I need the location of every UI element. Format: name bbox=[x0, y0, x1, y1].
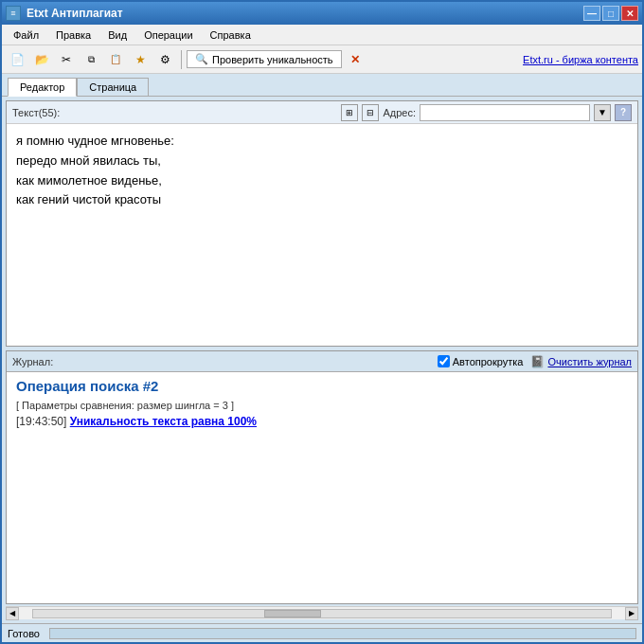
minimize-button[interactable]: — bbox=[583, 6, 600, 21]
cancel-check-button[interactable]: ✕ bbox=[344, 48, 367, 71]
search-icon: 🔍 bbox=[195, 53, 208, 65]
clear-journal-label[interactable]: 📓 Очистить журнал bbox=[530, 355, 632, 368]
addr-input[interactable] bbox=[420, 104, 590, 121]
help-btn[interactable]: ? bbox=[615, 104, 632, 121]
filter-icon-btn[interactable]: ▼ bbox=[594, 104, 611, 121]
status-progress bbox=[49, 628, 636, 639]
tab-editor[interactable]: Редактор bbox=[8, 78, 77, 97]
status-text: Готово bbox=[8, 628, 40, 639]
title-bar-left: ≡ Etxt Антиплагиат bbox=[6, 6, 123, 21]
star-icon: ★ bbox=[135, 53, 146, 66]
journal-label: Журнал: bbox=[12, 356, 53, 367]
editor-content[interactable]: я помню чудное мгновенье: передо мной яв… bbox=[7, 124, 637, 346]
settings-button[interactable]: ⚙ bbox=[153, 48, 176, 71]
cancel-icon: ✕ bbox=[350, 53, 360, 66]
h-scroll-track bbox=[32, 609, 612, 618]
menu-help[interactable]: Справка bbox=[203, 27, 259, 43]
h-scroll-container: ◀ ▶ bbox=[6, 606, 638, 619]
window-controls: — □ ✕ bbox=[583, 6, 638, 21]
main-content: Текст(55): ⊞ ⊟ Адрес: ▼ ? я помню чудное… bbox=[2, 97, 642, 623]
window-title: Etxt Антиплагиат bbox=[27, 7, 123, 20]
autoscroll-label[interactable]: Автопрокрутка bbox=[438, 355, 524, 367]
main-window: ≡ Etxt Антиплагиат — □ ✕ Файл Правка Вид… bbox=[0, 0, 644, 644]
h-scroll-thumb[interactable] bbox=[264, 610, 321, 617]
menu-bar: Файл Правка Вид Операции Справка bbox=[2, 25, 642, 45]
new-icon: 📄 bbox=[10, 53, 25, 66]
paste-button[interactable]: 📋 bbox=[104, 48, 127, 71]
check-unique-label: Проверить уникальность bbox=[212, 54, 333, 65]
menu-operations[interactable]: Операции bbox=[136, 27, 200, 43]
menu-file[interactable]: Файл bbox=[6, 27, 46, 43]
journal-result-link[interactable]: Уникальность текста равна 100% bbox=[70, 415, 257, 428]
app-icon: ≡ bbox=[6, 6, 21, 21]
open-icon: 📂 bbox=[35, 53, 49, 66]
journal-timestamp: [19:43:50] bbox=[16, 415, 66, 428]
cut-button[interactable]: ✂ bbox=[55, 48, 78, 71]
journal-operation-title: Операция поиска #2 bbox=[16, 378, 628, 394]
separator-1 bbox=[181, 50, 182, 69]
cut-icon: ✂ bbox=[62, 53, 71, 66]
notebook-icon: 📓 bbox=[530, 355, 545, 368]
menu-edit[interactable]: Правка bbox=[48, 27, 98, 43]
journal-params: [ Параметры сравнения: размер шингла = 3… bbox=[16, 400, 628, 411]
addr-label: Адрес: bbox=[383, 107, 416, 118]
text-label: Текст(55): bbox=[12, 107, 60, 118]
menu-view[interactable]: Вид bbox=[100, 27, 134, 43]
etxt-link[interactable]: Etxt.ru - биржа контента bbox=[523, 54, 638, 65]
editor-toolbar: Текст(55): ⊞ ⊟ Адрес: ▼ ? bbox=[7, 101, 637, 124]
favorite-button[interactable]: ★ bbox=[129, 48, 152, 71]
scroll-right-arrow[interactable]: ▶ bbox=[625, 607, 638, 620]
paste-icon: 📋 bbox=[110, 54, 121, 64]
journal-panel: Журнал: Автопрокрутка 📓 Очистить журнал bbox=[6, 350, 638, 604]
journal-content: Операция поиска #2 [ Параметры сравнения… bbox=[7, 372, 637, 603]
copy-button[interactable]: ⧉ bbox=[80, 48, 102, 71]
open-button[interactable]: 📂 bbox=[30, 48, 53, 71]
toolbar: 📄 📂 ✂ ⧉ 📋 ★ ⚙ 🔍 Проверить уникальность ✕… bbox=[2, 45, 642, 74]
copy-icon: ⧉ bbox=[88, 54, 95, 65]
page-view-btn2[interactable]: ⊟ bbox=[362, 104, 379, 121]
scroll-left-arrow[interactable]: ◀ bbox=[6, 607, 19, 620]
journal-header: Журнал: Автопрокрутка 📓 Очистить журнал bbox=[7, 351, 637, 372]
tab-page[interactable]: Страница bbox=[77, 78, 149, 96]
close-button[interactable]: ✕ bbox=[621, 6, 638, 21]
editor-toolbar-right: ⊞ ⊟ Адрес: ▼ ? bbox=[341, 104, 632, 121]
status-bar: Готово bbox=[2, 623, 642, 642]
journal-controls: Автопрокрутка 📓 Очистить журнал bbox=[438, 355, 632, 368]
gear-icon: ⚙ bbox=[160, 53, 170, 66]
page-view-btn1[interactable]: ⊞ bbox=[341, 104, 358, 121]
autoscroll-checkbox[interactable] bbox=[438, 355, 450, 367]
title-bar: ≡ Etxt Антиплагиат — □ ✕ bbox=[2, 2, 642, 25]
tab-bar: Редактор Страница bbox=[2, 74, 642, 97]
check-unique-button[interactable]: 🔍 Проверить уникальность bbox=[187, 50, 342, 68]
new-button[interactable]: 📄 bbox=[6, 48, 28, 71]
maximize-button[interactable]: □ bbox=[602, 6, 619, 21]
journal-result: [19:43:50] Уникальность текста равна 100… bbox=[16, 415, 628, 428]
editor-panel: Текст(55): ⊞ ⊟ Адрес: ▼ ? я помню чудное… bbox=[6, 100, 638, 347]
